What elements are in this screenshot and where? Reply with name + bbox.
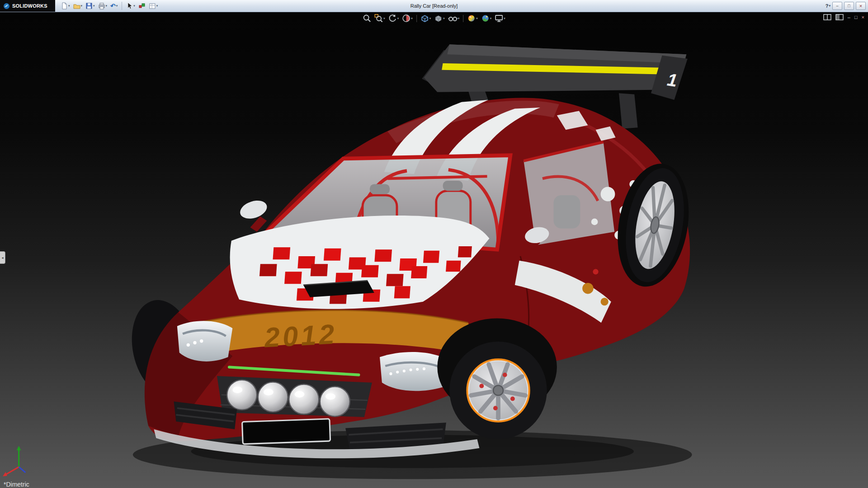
livery-year: 2012 — [263, 319, 338, 353]
open-button[interactable]: ▾ — [72, 1, 84, 11]
apply-scene-icon — [481, 14, 490, 23]
options-icon — [149, 3, 156, 9]
view-orientation-button[interactable]: ▾ — [420, 14, 432, 23]
hide-show-items-icon — [448, 14, 458, 23]
main-toolbar: ▾ ▾ ▾ ▾ — [60, 1, 159, 11]
rebuild-icon — [138, 2, 146, 9]
split-pane-icon[interactable] — [823, 14, 831, 20]
apply-scene-button[interactable]: ▾ — [480, 14, 493, 23]
rebuild-button[interactable] — [137, 1, 147, 11]
document-title: Rally Car [Read-only] — [410, 3, 458, 9]
previous-view-icon — [388, 14, 397, 23]
dropdown-caret-icon[interactable]: ▾ — [411, 17, 413, 20]
open-icon — [73, 3, 80, 9]
doc-minimize-button[interactable]: – — [848, 14, 850, 20]
dropdown-caret-icon[interactable]: ▾ — [116, 4, 118, 8]
left-mirror — [238, 197, 269, 232]
new-document-button[interactable]: ▾ — [60, 1, 71, 11]
save-button[interactable]: ▾ — [84, 1, 96, 11]
dropdown-caret-icon[interactable]: ▾ — [397, 17, 399, 20]
pane-layout-icon[interactable] — [835, 14, 844, 20]
dropdown-caret-icon[interactable]: ▾ — [443, 17, 445, 20]
dropdown-caret-icon[interactable]: ▾ — [93, 4, 95, 8]
edit-appearance-icon — [467, 14, 476, 23]
display-style-button[interactable]: ▾ — [433, 14, 446, 23]
dropdown-caret-icon[interactable]: ▾ — [156, 4, 158, 8]
document-window-controls: – □ × — [823, 14, 864, 20]
close-button[interactable]: × — [856, 2, 866, 10]
zoom-area-icon — [374, 14, 383, 23]
view-orientation-icon — [420, 14, 429, 23]
window-controls: ? ▾ – □ × — [826, 2, 868, 10]
doc-restore-button[interactable]: □ — [854, 14, 858, 20]
license-plate — [242, 419, 330, 444]
ds-swirl-icon — [3, 3, 10, 9]
save-icon — [85, 2, 93, 9]
front-right-wheel[interactable] — [437, 318, 557, 439]
dropdown-caret-icon[interactable]: ▾ — [829, 4, 830, 8]
dropdown-caret-icon[interactable]: ▾ — [81, 4, 83, 8]
viewport-canvas[interactable]: 1 — [0, 12, 868, 488]
orientation-triad — [3, 446, 25, 477]
undo-button[interactable]: ↶ ▾ — [109, 1, 119, 11]
doc-close-button[interactable]: × — [862, 14, 864, 20]
dropdown-caret-icon[interactable]: ▾ — [133, 4, 135, 8]
dropdown-caret-icon[interactable]: ▾ — [504, 17, 505, 20]
toolbar-separator — [463, 15, 463, 22]
help-icon: ? — [826, 3, 829, 9]
help-button[interactable]: ? ▾ — [826, 3, 830, 9]
dropdown-caret-icon[interactable]: ▾ — [106, 4, 108, 8]
dropdown-caret-icon[interactable]: ▾ — [429, 17, 431, 20]
headsup-view-toolbar: ▾ ▾ ▾ ▾ — [362, 14, 506, 23]
previous-view-button[interactable]: ▾ — [387, 14, 400, 23]
left-headlight — [177, 321, 232, 361]
titlebar: SOLIDWORKS ▾ ▾ ▾ — [0, 0, 868, 12]
dropdown-caret-icon[interactable]: ▾ — [490, 17, 492, 20]
hide-show-items-button[interactable]: ▾ — [447, 14, 461, 23]
print-icon — [98, 2, 105, 9]
solidworks-logo: SOLIDWORKS — [0, 0, 55, 12]
view-settings-button[interactable]: ▾ — [494, 14, 506, 23]
dropdown-caret-icon[interactable]: ▾ — [68, 4, 70, 8]
dropdown-caret-icon[interactable]: ▾ — [476, 17, 478, 20]
undo-icon: ↶ — [110, 3, 116, 9]
view-settings-icon — [495, 14, 503, 23]
section-view-button[interactable]: ▾ — [401, 14, 414, 23]
zoom-area-button[interactable]: ▾ — [373, 14, 386, 23]
feature-pane-collapse-tab[interactable]: ◂ — [0, 251, 5, 264]
minimize-button[interactable]: – — [832, 2, 842, 10]
toolbar-separator — [122, 2, 122, 10]
dropdown-caret-icon[interactable]: ▾ — [458, 17, 460, 20]
orientation-status: *Dimetric — [4, 481, 29, 488]
graphics-viewport[interactable]: 1 — [0, 12, 868, 488]
section-view-icon — [402, 14, 410, 23]
dropdown-caret-icon[interactable]: ▾ — [383, 17, 385, 20]
edit-appearance-button[interactable]: ▾ — [466, 14, 479, 23]
options-button[interactable]: ▾ — [147, 1, 160, 11]
display-style-icon — [434, 14, 443, 23]
print-button[interactable]: ▾ — [97, 1, 109, 11]
select-icon — [126, 2, 133, 9]
zoom-fit-button[interactable] — [362, 14, 372, 23]
select-button[interactable]: ▾ — [125, 1, 137, 11]
solidworks-window: SOLIDWORKS ▾ ▾ ▾ — [0, 0, 868, 488]
new-document-icon — [61, 2, 68, 9]
collapse-arrow-icon: ◂ — [1, 256, 3, 260]
toolbar-separator — [416, 15, 417, 22]
zoom-fit-icon — [363, 14, 371, 23]
maximize-button[interactable]: □ — [844, 2, 854, 10]
brand-text: SOLIDWORKS — [12, 3, 47, 9]
